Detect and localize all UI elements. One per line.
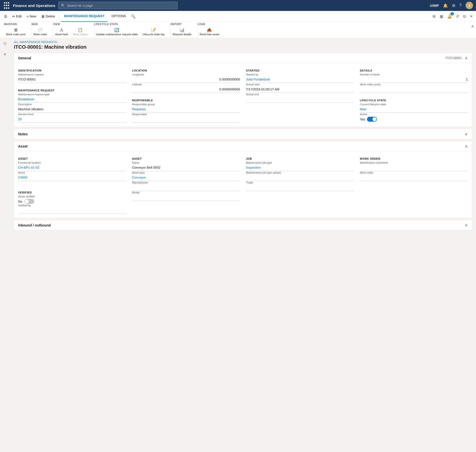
service-level-label: Service level <box>18 113 126 116</box>
asset-type-value[interactable]: Conveyor <box>132 175 240 181</box>
active-toggle-container: Yes <box>360 117 468 122</box>
update-state-icon: 🔄 <box>114 28 119 32</box>
notes-card-header[interactable]: Notes ∨ <box>14 129 472 139</box>
maintenance-downtime-field: Maintenance downtime <box>360 161 468 171</box>
functional-location-value[interactable]: CH-BP1-01-02 <box>18 165 126 171</box>
help-icon[interactable]: ? <box>459 3 462 8</box>
tab-search-icon[interactable]: 🔍 <box>131 14 136 19</box>
asset-id-value[interactable]: C0002 <box>18 175 126 181</box>
manufacturer-label: Manufacturer <box>132 181 240 184</box>
latitude-field: Latitude 0.0000000000 <box>132 83 240 93</box>
refresh-icon[interactable]: ↺ <box>455 13 460 20</box>
trade-label: Trade <box>246 181 354 184</box>
notification-icon[interactable]: 🔔 <box>443 3 448 8</box>
ribbon-group-report: REPORT 📊 Request details <box>171 22 198 38</box>
general-card-header[interactable]: General ITCO-00001 ∧ <box>14 53 472 63</box>
ribbon-group-new-label: NEW <box>32 23 49 26</box>
search-bar[interactable]: 🔍 Search for a page <box>58 2 178 9</box>
details-section: DETAILS Number of faults 1 Work order po… <box>360 67 468 93</box>
work-order-icon: 📄 <box>38 28 43 32</box>
latitude-value: 0.0000000000 <box>132 87 240 93</box>
current-state-field: Current lifecycle state New <box>360 103 468 113</box>
close-icon[interactable]: ✕ <box>469 13 474 20</box>
responsible-label: RESPONSIBLE <box>132 99 240 102</box>
asset-name-field: Name Conveyor Belt 0002 <box>132 161 240 171</box>
top-nav-right: USMF 🔔 ⚙ ? J <box>430 2 473 9</box>
work-order-ref-label: Work order <box>360 171 468 174</box>
inbound-outbound-card-title: Inbound / outbound <box>18 223 51 227</box>
maintenance-request-field: Maintenance request ITCO-00001 <box>18 73 126 83</box>
column-icon[interactable]: ▦ <box>439 13 444 20</box>
search-icon: 🔍 <box>61 4 65 7</box>
avatar[interactable]: J <box>466 2 473 9</box>
notification-badge[interactable]: 0 🔔 <box>446 13 453 20</box>
asset-verified-toggle[interactable] <box>24 199 34 204</box>
ribbon-item-asset-fault[interactable]: ⚠ Asset fault <box>53 27 70 37</box>
maintenance-downtime-label: Maintenance downtime <box>360 161 468 164</box>
ribbon-item-update-state[interactable]: 🔄 Update maintenance request state <box>94 27 140 37</box>
new-button[interactable]: + New <box>25 12 38 20</box>
asset-verified-toggle-slider <box>24 199 34 204</box>
notes-card-toggle-icon: ∨ <box>465 132 468 136</box>
open-new-icon[interactable]: ⧉ <box>462 13 467 20</box>
ribbon-item-request-details[interactable]: 📊 Request details <box>171 27 193 37</box>
service-level-value[interactable]: 20 <box>18 117 126 123</box>
ribbon-item-work-order-pool[interactable]: ⊞ Work order pool <box>4 27 27 37</box>
grid-view-icon[interactable]: ⊞ <box>432 13 437 20</box>
send-loan-asset-icon: 📤 <box>207 28 212 32</box>
general-card-header-right: ITCO-00001 ∧ <box>445 56 468 60</box>
general-card-id: ITCO-00001 <box>445 56 462 60</box>
responsible-person-field: Responsible <box>132 113 240 123</box>
general-col-1: IDENTIFICATION Maintenance request ITCO-… <box>18 67 126 123</box>
description-field: Description Machine vibration <box>18 103 126 113</box>
hamburger-menu[interactable]: ☰ <box>2 12 9 20</box>
current-state-value[interactable]: New <box>360 107 468 113</box>
edit-button[interactable]: ✏ Edit <box>10 12 24 20</box>
ribbon-item-send-loan-asset[interactable]: 📤 Send loan asset <box>198 27 221 37</box>
inbound-outbound-card-header[interactable]: Inbound / outbound ∨ <box>14 220 472 230</box>
ribbon-items-view: ⚠ Asset fault 📋 Work orders <box>53 27 90 37</box>
waffle-menu[interactable] <box>3 2 10 9</box>
actual-start-field: Actual start 7/17/2019 01:00:17 AM <box>246 83 354 93</box>
tab-options[interactable]: OPTIONS <box>109 11 129 22</box>
ribbon-item-work-order[interactable]: 📄 Work order <box>32 27 49 37</box>
separator <box>59 14 59 19</box>
trade-value <box>246 185 354 191</box>
ribbon-group-lifecycle: LIFECYCLE STATE 🔄 Update maintenance req… <box>94 22 171 38</box>
responsible-group-value[interactable]: Requests <box>132 107 240 113</box>
ribbon-item-lifecycle-log[interactable]: 📝 Lifecycle state log <box>141 27 166 37</box>
request-details-icon: 📊 <box>180 28 184 32</box>
asset-col-2: ASSET Name Conveyor Belt 0002 Asset type… <box>132 155 240 214</box>
breadcrumb-link[interactable]: ALL MAINTENANCE REQUESTS <box>14 40 57 43</box>
job-type-variant-value <box>246 175 354 181</box>
work-order-ref-value <box>360 175 468 181</box>
work-order-section: WORK ORDER Maintenance downtime Work ord… <box>360 155 468 181</box>
started-by-value[interactable]: Julia Funderburk <box>246 77 354 83</box>
responsible-person-value <box>132 117 240 123</box>
new-icon: + <box>27 14 29 18</box>
page-title: ITCO-00001: Machine vibration <box>14 44 472 50</box>
maintenance-job-type-value[interactable]: Inspection <box>246 165 354 171</box>
model-field: Model <box>132 191 240 201</box>
delete-icon: 🗑 <box>41 14 45 18</box>
active-toggle-slider <box>367 117 377 122</box>
ribbon-collapse-button[interactable]: ∧ <box>471 24 474 29</box>
tab-maintenance-request[interactable]: MAINTENANCE REQUEST <box>61 11 108 22</box>
type-field: Maintenance request type Breakdown <box>18 93 126 103</box>
latitude-label: Latitude <box>132 83 240 86</box>
main-content: ALL MAINTENANCE REQUESTS ITCO-00001: Mac… <box>10 38 476 448</box>
list-icon[interactable]: ≡ <box>2 51 7 58</box>
work-order-ref-field: Work order <box>360 171 468 181</box>
delete-button[interactable]: 🗑 Delete <box>39 12 57 20</box>
type-value[interactable]: Breakdown <box>18 97 126 103</box>
active-toggle[interactable] <box>367 117 377 122</box>
description-value: Machine vibration <box>18 107 126 113</box>
started-label: STARTED <box>246 69 354 72</box>
work-orders-label: Work orders <box>73 33 88 36</box>
work-order-label: WORK ORDER <box>360 157 468 160</box>
ribbon-group-view-label: VIEW <box>53 23 90 26</box>
asset-card-header[interactable]: Asset ∧ <box>14 141 472 151</box>
asset-col-1: ASSET Functional location CH-BP1-01-02 A… <box>18 155 126 214</box>
filter-icon[interactable]: ▽ <box>2 40 8 48</box>
settings-icon[interactable]: ⚙ <box>452 3 455 8</box>
